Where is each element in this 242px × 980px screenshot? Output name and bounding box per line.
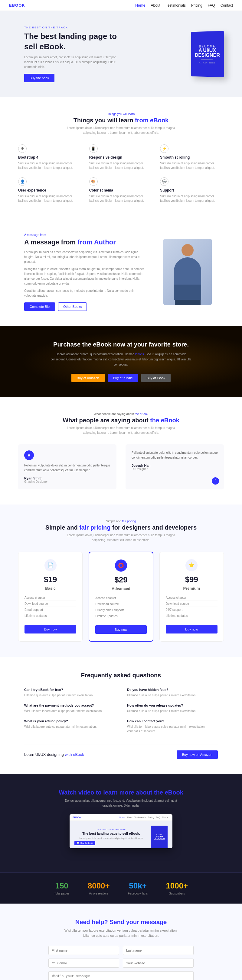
navigation: EBOOK Home About Testimonials Pricing FA…: [0, 0, 242, 11]
nav-pricing[interactable]: Pricing: [191, 3, 202, 8]
learn-item-title: Bootstrap 4: [18, 155, 82, 159]
faq-question-2: Do you have hidden fees?: [127, 688, 218, 692]
contact-form: Send your message: [48, 946, 194, 980]
learn-item-desc: Sunt illo aliqua et adipiscing ullamcorp…: [160, 194, 224, 203]
testimonial-author-1: Ryan Smith Graphic Designer: [24, 476, 111, 484]
author-title: A message from from Author: [24, 239, 148, 246]
testimonial-1: R Pellentesi vulputate dolor elit, in co…: [18, 444, 117, 489]
author-section: A message from A message from from Autho…: [0, 218, 242, 326]
feature-item: Download source: [95, 601, 146, 607]
faq-cta: Learn UI/UX designing with eBook Buy now…: [24, 744, 218, 759]
purchase-description: Ut eros ad labore ornare, quis nostrud e…: [48, 352, 194, 367]
person-torso: [174, 285, 201, 300]
faq-item-4: How often do you release updates? Ullamc…: [127, 703, 218, 713]
faq-answer-3: Wisi ulla tem labore aute culpa pariatur…: [24, 709, 115, 713]
pricing-pre: Simple and fair pricing: [18, 520, 224, 523]
color-icon: 🎨: [89, 177, 98, 186]
nav-contact[interactable]: Contact: [221, 3, 233, 8]
hero-pre-title: THE BEST ON THE TRACK: [24, 26, 121, 29]
faq-answer-6: Wisi ulla tem labore aute culpa pariatur…: [127, 724, 218, 733]
video-description: Donec lacus mian, ullamcorper nec lectus…: [61, 799, 181, 808]
hero-text: THE BEST ON THE TRACK The best landing p…: [24, 26, 121, 82]
contact-row: [48, 959, 194, 967]
scroll-icon: ⚡: [160, 145, 168, 153]
buy-ibooks-button[interactable]: Buy at iBook: [141, 374, 171, 382]
learn-item-ux: 👤 User experience Sunt illo aliqua et ad…: [18, 177, 82, 203]
learn-title: Things you will learn from eBook: [18, 117, 224, 124]
feature-item: Access chapter: [166, 595, 218, 601]
author-para2: In sagittis augue id ectetur lobortis li…: [24, 267, 148, 286]
complete-bio-button[interactable]: Complete Bio: [24, 302, 55, 311]
preview-nav-link: Home: [120, 816, 125, 818]
person-legs: [175, 300, 200, 305]
nav-testimonials[interactable]: Testimonials: [166, 3, 186, 8]
author-photo: [163, 239, 212, 305]
first-name-input[interactable]: [48, 946, 119, 955]
preview-hero: THE BEST LANDING PAGE The best landing p…: [70, 821, 172, 848]
nav-faq[interactable]: FAQ: [208, 3, 215, 8]
book-author: A. AUTHOR: [199, 61, 216, 64]
contact-title-highlight: your message: [126, 919, 167, 925]
stat-active-readers: 8000+ Active readers: [88, 881, 110, 895]
website-input[interactable]: [123, 959, 194, 967]
learn-title-highlight: from eBook: [135, 117, 168, 124]
author-image-container: [163, 239, 218, 305]
buy-premium-button[interactable]: Buy now: [166, 625, 218, 633]
learn-item-bootstrap: ⚙ Bootstrap 4 Sunt illo aliqua et adipis…: [18, 145, 82, 170]
learn-item-desc: Sunt illo aliqua et adipiscing ullamcorp…: [89, 161, 153, 170]
testimonials-title: What people are saying about the eBook: [18, 417, 224, 424]
pricing-premium: ⭐ $99 Premium Access chapter Download so…: [159, 552, 224, 642]
book-line1: BECOME: [199, 45, 216, 48]
quote-icon: ": [212, 477, 219, 485]
learn-item-desc: Sunt illo aliqua et adipiscing ullamcorp…: [18, 161, 82, 170]
learn-description: Lorem ipsum dolor, ullamcorper nec ferme…: [61, 126, 181, 135]
buy-advanced-button[interactable]: Buy now: [95, 625, 146, 634]
preview-nav: EBOOK Home About Testimonials Pricing FA…: [70, 814, 172, 821]
buy-kindle-button[interactable]: Buy at Kindle: [108, 374, 138, 382]
learn-grid: ⚙ Bootstrap 4 Sunt illo aliqua et adipis…: [18, 145, 224, 203]
last-name-input[interactable]: [123, 946, 194, 955]
pricing-basic: 📄 $19 Basic Access chapter Download sour…: [18, 552, 83, 642]
hero-cta-button[interactable]: Buy the book: [24, 74, 54, 82]
stat-label-subscribers: Subscribers: [166, 892, 188, 895]
book-cover: BECOME A UI/UX DESIGNER A. AUTHOR: [191, 31, 224, 77]
faq-cta-button[interactable]: Buy now on Amazon: [177, 750, 218, 759]
feature-item: Access chapter: [95, 595, 146, 601]
buy-amazon-button[interactable]: Buy at Amazon: [71, 374, 105, 382]
faq-item-5: What is your refund policy? Wisi ulla la…: [24, 719, 115, 733]
learn-item-desc: Sunt illo aliqua et adipiscing ullamcorp…: [18, 194, 82, 203]
nav-home[interactable]: Home: [135, 3, 145, 8]
premium-icon: ⭐: [186, 559, 197, 571]
feature-item: Lifetime updates: [166, 613, 218, 619]
basic-features: Access chapter Download source Email sup…: [24, 595, 76, 619]
author-role-1: Graphic Designer: [24, 480, 48, 484]
premium-plan: Premium: [166, 586, 218, 590]
message-textarea[interactable]: [48, 971, 194, 980]
faq-cta-highlight: with eBook: [65, 752, 84, 757]
advanced-price: $29: [95, 575, 146, 585]
preview-nav-link: Contact: [162, 816, 169, 818]
author-info-1: Ryan Smith Graphic Designer: [24, 476, 48, 484]
preview-nav-link: About: [127, 816, 133, 818]
faq-item-1: Can I try eBook for free? Ullamco quis a…: [24, 688, 115, 698]
buy-buttons: Buy at Amazon Buy at Kindle Buy at iBook: [18, 374, 224, 382]
learn-item-scroll: ⚡ Smooth scrolling Sunt illo aliqua et a…: [160, 145, 224, 170]
preview-book-line2: A UI/UX: [155, 835, 163, 838]
email-input[interactable]: [48, 959, 119, 967]
buy-basic-button[interactable]: Buy now: [24, 625, 76, 633]
faq-answer-5: Wisi ulla labore aute culpa pariatur min…: [24, 724, 115, 729]
person-body: [174, 258, 201, 285]
other-books-button[interactable]: Other Books: [58, 302, 87, 311]
advanced-icon: ⭕: [115, 560, 127, 571]
preview-btn[interactable]: 📖 Buy the book: [74, 841, 95, 845]
nav-about[interactable]: About: [151, 3, 160, 8]
premium-price: $99: [166, 575, 218, 584]
stat-label-pages: Total pages: [54, 892, 70, 895]
author-para3: Curabitur aliquet accumsan lacus in, mol…: [24, 288, 148, 298]
person-head: [181, 244, 194, 256]
video-title: Watch video to learn more about the eBoo…: [18, 789, 224, 796]
faq-answer-4: Ullamco quis aute culpa pariatur minim e…: [127, 709, 218, 713]
stat-number-facebook: 50k+: [128, 881, 148, 891]
hero-book-container: BECOME A UI/UX DESIGNER A. AUTHOR: [191, 32, 224, 77]
nav-logo[interactable]: EBOOK: [9, 3, 25, 8]
